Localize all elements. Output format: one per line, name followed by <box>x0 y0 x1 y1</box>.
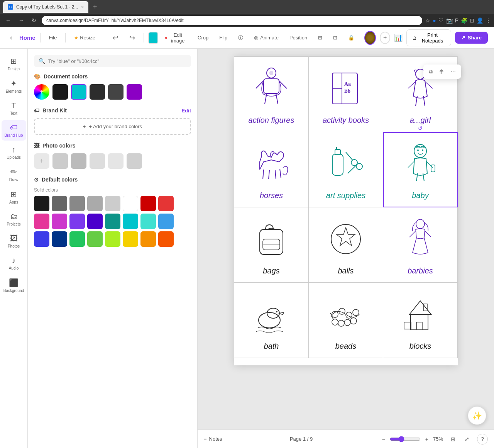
def-swatch-yellow[interactable] <box>123 231 138 247</box>
back-to-home-arrow[interactable]: ‹ <box>6 31 16 44</box>
cell-blocks[interactable]: blocks <box>383 283 458 358</box>
photo-swatch-3[interactable] <box>90 153 105 169</box>
lock-btn[interactable]: 🔒 <box>344 33 358 42</box>
def-swatch-blue[interactable] <box>34 231 49 247</box>
doc-color-1[interactable] <box>52 84 68 100</box>
sidebar-item-draw[interactable]: ✏ Draw <box>2 164 26 185</box>
share-button[interactable]: ↗ Share <box>455 32 488 44</box>
photo-swatch-2[interactable] <box>71 153 86 169</box>
zoom-in-btn[interactable]: + <box>424 434 430 444</box>
photo-color-add[interactable] <box>34 153 49 169</box>
ctx-delete-btn[interactable]: 🗑 <box>436 67 447 76</box>
sidebar-item-photos[interactable]: 🖼 Photos <box>2 231 26 251</box>
back-button[interactable]: ← <box>3 16 13 25</box>
sidebar-item-design[interactable]: ⊞ Design <box>2 53 26 74</box>
add-to-team-button[interactable]: + <box>380 32 390 44</box>
new-tab-button[interactable]: + <box>90 3 100 11</box>
ctx-more-btn[interactable]: ⋯ <box>448 67 458 76</box>
sidebar-item-text[interactable]: T Text <box>2 98 26 119</box>
notes-button[interactable]: ≡ Notes <box>204 436 222 442</box>
flip-button[interactable]: Flip <box>215 33 231 42</box>
def-swatch-red[interactable] <box>158 196 174 211</box>
def-swatch-lime-green[interactable] <box>87 231 103 247</box>
def-swatch-pink[interactable] <box>34 214 49 229</box>
photo-swatch-1[interactable] <box>52 153 68 169</box>
cell-balls[interactable]: balls <box>309 207 383 283</box>
ext-btn4[interactable]: P <box>455 17 458 24</box>
def-swatch-white[interactable] <box>123 196 138 211</box>
sidebar-item-apps[interactable]: ⊞ Apps <box>2 187 26 207</box>
def-swatch-orange-red[interactable] <box>158 231 174 247</box>
sidebar-item-brand-hub[interactable]: 🏷 Brand Hub <box>2 120 26 141</box>
def-swatch-yellow-green[interactable] <box>105 231 120 247</box>
bookmark-btn[interactable]: ☆ <box>425 17 430 24</box>
sidebar-item-audio[interactable]: ♪ Audio <box>2 253 26 273</box>
def-swatch-indigo[interactable] <box>87 214 103 229</box>
doc-color-2[interactable] <box>71 84 86 100</box>
zoom-slider[interactable] <box>390 436 421 442</box>
sidebar-item-uploads[interactable]: ↑ Uploads <box>2 142 26 163</box>
ctx-copy-btn[interactable]: ⧉ <box>426 67 435 76</box>
cell-action-figures[interactable]: action figures <box>234 57 309 132</box>
ext-btn6[interactable]: ⊡ <box>470 17 474 24</box>
cell-baby[interactable]: ↺ <box>383 132 458 207</box>
user-avatar[interactable] <box>364 31 376 45</box>
sidebar-item-elements[interactable]: ✦ Elements <box>2 76 26 97</box>
refresh-button[interactable]: ↻ <box>29 16 39 25</box>
doc-color-3[interactable] <box>90 84 105 100</box>
ext-btn3[interactable]: 📷 <box>446 17 453 24</box>
undo-button[interactable]: ↩ <box>109 31 122 44</box>
def-swatch-sky[interactable] <box>158 214 174 229</box>
print-notepads-button[interactable]: 🖨 Print Notepads <box>406 29 451 46</box>
cell-barbies[interactable]: barbies <box>383 207 458 283</box>
magic-wand-fab[interactable]: ✨ <box>468 406 486 425</box>
def-swatch-light-grey[interactable] <box>105 196 120 211</box>
redo-button[interactable]: ↪ <box>125 31 139 44</box>
tab-close[interactable]: × <box>81 5 84 9</box>
ext-btn2[interactable]: 🛡 <box>438 17 444 24</box>
edit-image-button[interactable]: Edit image <box>161 30 191 46</box>
color-search-bar[interactable]: 🔍 <box>34 55 191 67</box>
cell-girl-doll[interactable]: ⧉ 🗑 ⋯ <box>383 57 458 132</box>
canvas-scroll[interactable]: action figures Aa Bb <box>198 49 494 429</box>
def-swatch-red-dark[interactable] <box>140 196 156 211</box>
active-tab[interactable]: C Copy of Toy Labels Set 1 - 2... × <box>3 1 88 13</box>
cell-art-supplies[interactable]: art supplies <box>309 132 383 207</box>
profile-btn[interactable]: 👤 <box>477 17 483 24</box>
def-swatch-navy[interactable] <box>52 231 67 247</box>
def-swatch-cyan[interactable] <box>123 214 138 229</box>
cell-bath[interactable]: bath <box>234 283 309 358</box>
photo-swatch-5[interactable] <box>127 153 142 169</box>
def-swatch-magenta[interactable] <box>52 214 67 229</box>
menu-btn[interactable]: ⋮ <box>486 17 491 24</box>
def-swatch-mid-grey[interactable] <box>87 196 103 211</box>
color-search-input[interactable] <box>48 58 186 64</box>
info-button[interactable]: ⓘ <box>234 32 247 43</box>
forward-button[interactable]: → <box>16 16 26 25</box>
sidebar-item-projects[interactable]: 🗂 Projects <box>2 209 26 229</box>
def-swatch-orange[interactable] <box>140 231 156 247</box>
def-swatch-grey[interactable] <box>69 196 85 211</box>
analytics-button[interactable]: 📊 <box>394 34 403 42</box>
doc-color-5[interactable] <box>127 84 142 100</box>
crop-button[interactable]: Crop <box>194 33 212 42</box>
ext-btn5[interactable]: 🧩 <box>461 17 467 24</box>
cell-bags[interactable]: bags <box>234 207 309 283</box>
cell-activity-books[interactable]: Aa Bb activity books <box>309 57 383 132</box>
def-swatch-dark-grey[interactable] <box>52 196 67 211</box>
def-swatch-teal-dark[interactable] <box>105 214 120 229</box>
cell-beads[interactable]: beads <box>309 283 383 358</box>
def-swatch-turquoise[interactable] <box>140 214 156 229</box>
doc-color-4[interactable] <box>108 84 124 100</box>
zoom-out-btn[interactable]: − <box>381 434 387 444</box>
photo-swatch-4[interactable] <box>108 153 124 169</box>
cell-horses[interactable]: horses <box>234 132 309 207</box>
resize-button[interactable]: ★ Resize <box>70 32 99 43</box>
grid-btn[interactable]: ⊞ <box>314 33 326 42</box>
ext-btn1[interactable]: ● <box>433 17 436 24</box>
brand-kit-edit-button[interactable]: Edit <box>181 108 191 114</box>
url-bar[interactable]: canva.com/design/DAFmFUrY_hk/YwJahvh2EMT… <box>42 16 422 25</box>
def-swatch-purple[interactable] <box>69 214 85 229</box>
file-button[interactable]: File <box>45 32 61 43</box>
arrange-btn[interactable]: ⊡ <box>329 33 341 42</box>
